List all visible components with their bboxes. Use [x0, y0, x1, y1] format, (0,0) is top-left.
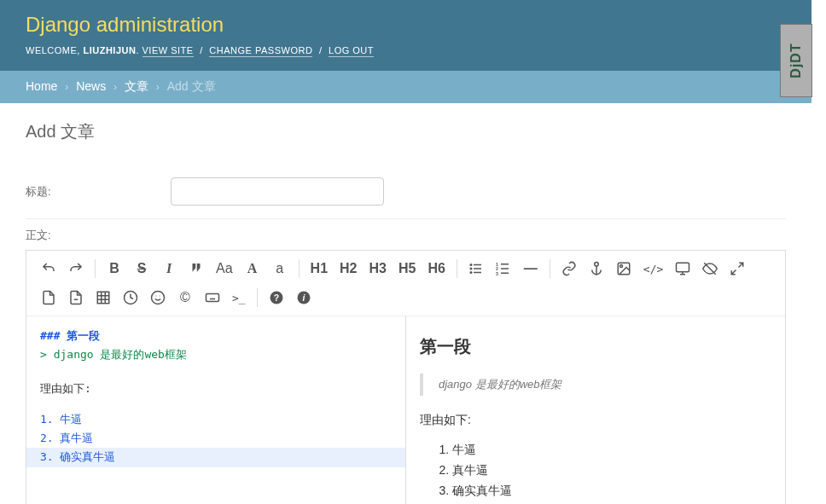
editor-toolbar: B S I Aa A a H1 H2 H3 H5 H6 123 —	[26, 251, 785, 316]
svg-point-12	[595, 263, 599, 267]
svg-rect-1	[474, 264, 481, 266]
ul-icon[interactable]	[462, 256, 490, 281]
italic-icon[interactable]: I	[155, 256, 183, 281]
field-title: 标题:	[26, 169, 786, 219]
terminal-icon[interactable]: >_	[226, 285, 252, 310]
markdown-source-pane[interactable]: ### 第一段 > django 是最好的web框架 理由如下: 1. 牛逼 2…	[26, 316, 406, 504]
preview-heading: 第一段	[420, 335, 771, 358]
view-site-link[interactable]: VIEW SITE	[143, 45, 194, 57]
h2-icon[interactable]: H2	[334, 256, 363, 281]
django-debug-toolbar-handle[interactable]: DjDT	[780, 24, 812, 97]
keyboard-icon[interactable]	[199, 285, 226, 310]
breadcrumb: Home › News › 文章 › Add 文章	[0, 71, 811, 103]
h6-icon[interactable]: H6	[422, 256, 451, 281]
breadcrumb-home[interactable]: Home	[26, 79, 57, 93]
upload1-icon[interactable]	[35, 285, 62, 310]
info-icon[interactable]: i	[290, 285, 317, 310]
body-label: 正文:	[26, 222, 51, 241]
screen-icon[interactable]	[669, 256, 696, 281]
markdown-editor: B S I Aa A a H1 H2 H3 H5 H6 123 —	[26, 250, 786, 504]
svg-rect-30	[206, 294, 219, 302]
help-icon[interactable]: ?	[263, 285, 290, 310]
svg-point-27	[152, 292, 165, 304]
logout-link[interactable]: LOG OUT	[329, 45, 374, 57]
bold-icon[interactable]: B	[101, 256, 128, 281]
emoji-icon[interactable]	[144, 285, 172, 310]
table-icon[interactable]	[90, 285, 117, 310]
site-title: Django administration	[26, 13, 786, 37]
svg-point-15	[620, 265, 622, 268]
username: LIUZHIJUN	[83, 45, 136, 55]
title-input[interactable]	[171, 177, 384, 206]
svg-rect-16	[677, 263, 689, 272]
svg-point-4	[469, 271, 472, 274]
svg-rect-5	[474, 272, 481, 274]
svg-point-0	[469, 264, 472, 266]
user-links: WELCOME, LIUZHIJUN. VIEW SITE / CHANGE P…	[26, 45, 786, 55]
hide-preview-icon[interactable]	[696, 256, 724, 281]
hr-icon[interactable]: —	[517, 256, 544, 281]
breadcrumb-current: Add 文章	[167, 79, 216, 93]
breadcrumb-model[interactable]: 文章	[125, 79, 148, 93]
alt-font-icon[interactable]: a	[266, 256, 294, 281]
undo-icon[interactable]	[35, 256, 62, 281]
svg-rect-21	[97, 292, 109, 304]
svg-rect-9	[501, 268, 509, 269]
h3-icon[interactable]: H3	[363, 256, 392, 281]
h1-icon[interactable]: H1	[305, 256, 334, 281]
ol-icon[interactable]: 123	[490, 256, 517, 281]
svg-point-2	[469, 268, 472, 270]
svg-rect-3	[474, 268, 481, 269]
preview-quote: django 是最好的web框架	[420, 374, 771, 396]
svg-text:3: 3	[496, 271, 498, 276]
title-label: 标题:	[26, 177, 171, 200]
anchor-icon[interactable]	[583, 256, 610, 281]
markdown-preview-pane: 第一段 django 是最好的web框架 理由如下: 牛逼 真牛逼 确实真牛逼	[406, 316, 785, 504]
redo-icon[interactable]	[62, 256, 90, 281]
image-icon[interactable]	[610, 256, 637, 281]
strike-icon[interactable]: S	[128, 256, 155, 281]
upload2-icon[interactable]	[62, 285, 90, 310]
svg-rect-7	[501, 264, 509, 265]
preview-list: 牛逼 真牛逼 确实真牛逼	[420, 440, 771, 501]
expand-icon[interactable]	[724, 256, 751, 281]
case-icon[interactable]: Aa	[210, 256, 239, 281]
page-title: Add 文章	[26, 120, 786, 143]
editor-body: ### 第一段 > django 是最好的web框架 理由如下: 1. 牛逼 2…	[26, 316, 785, 504]
h5-icon[interactable]: H5	[393, 256, 422, 281]
breadcrumb-app[interactable]: News	[76, 79, 106, 93]
svg-rect-11	[501, 273, 509, 275]
content: Add 文章 标题: 正文: B S I Aa A a H1 H2 H3 H	[0, 103, 811, 504]
code-icon[interactable]: </>	[637, 256, 669, 281]
clock-icon[interactable]	[117, 285, 144, 310]
font-icon[interactable]: A	[239, 256, 266, 281]
admin-header: Django administration WELCOME, LIUZHIJUN…	[0, 0, 811, 71]
svg-text:?: ?	[273, 293, 278, 303]
link-icon[interactable]	[556, 256, 583, 281]
quote-icon[interactable]	[183, 256, 210, 281]
change-password-link[interactable]: CHANGE PASSWORD	[209, 45, 312, 57]
copyright-icon[interactable]: ©	[172, 285, 199, 310]
